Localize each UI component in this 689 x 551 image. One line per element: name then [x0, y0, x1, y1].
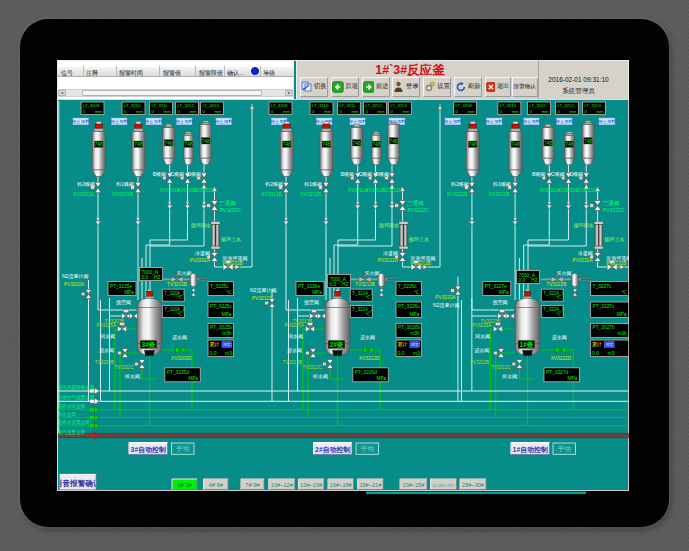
svg-text:排水阀: 排水阀 — [124, 373, 140, 380]
svg-text:PV3202A: PV3202A — [64, 282, 85, 287]
svg-text:进水阀: 进水阀 — [99, 347, 114, 354]
svg-text:mm: mm — [352, 109, 359, 114]
svg-text:手动: 手动 — [557, 445, 571, 452]
svg-text:mm: mm — [164, 109, 171, 114]
svg-text:0.0: 0.0 — [141, 275, 148, 280]
svg-text:消零: 消零 — [605, 342, 613, 347]
svg-text:排水阀: 排水阀 — [501, 373, 517, 380]
svg-text:mm: mm — [468, 109, 475, 114]
svg-text:1#`3#: 1#`3# — [177, 482, 192, 488]
svg-text:XV3202D: XV3202D — [171, 356, 192, 361]
svg-text:PT_3225c: PT_3225c — [210, 304, 232, 309]
svg-text:累计: 累计 — [398, 341, 408, 347]
svg-text:XV3201B: XV3201B — [112, 191, 134, 197]
svg-text:m3: m3 — [225, 350, 232, 356]
svg-text:料2蝶阀: 料2蝶阀 — [451, 181, 469, 188]
svg-text:m3: m3 — [413, 350, 420, 356]
svg-text:m3h: m3h — [410, 331, 420, 336]
svg-text:PT_3227d: PT_3227d — [546, 370, 568, 375]
svg-text:mm: mm — [95, 109, 102, 114]
svg-text:mm: mm — [136, 109, 143, 114]
svg-text:℃: ℃ — [177, 312, 182, 317]
svg-text:mm: mm — [542, 109, 549, 114]
svg-text:2#,26#,27#: 2#,26#,27# — [433, 483, 456, 488]
svg-text:23#~25#: 23#~25# — [403, 482, 426, 488]
svg-text:循环水流量总管: 循环水流量总管 — [57, 419, 91, 426]
svg-text:℃: ℃ — [226, 290, 232, 295]
svg-text:mm: mm — [378, 109, 385, 114]
svg-text:回水阀: 回水阀 — [288, 333, 303, 340]
svg-text:PV3225A: PV3225A — [472, 323, 492, 328]
svg-text:PT_3027b: PT_3027b — [593, 325, 615, 330]
svg-text:0.0: 0.0 — [519, 278, 526, 283]
svg-text:N2流量计阀: N2流量计阀 — [433, 302, 459, 309]
svg-text:0.0: 0.0 — [210, 350, 217, 356]
svg-text:16#~18#: 16#~18# — [330, 482, 353, 488]
svg-text:进水阀: 进水阀 — [360, 334, 375, 341]
svg-text:XV3211E: XV3211E — [261, 191, 282, 197]
svg-text:748: 748 — [164, 140, 173, 146]
svg-text:T_3225c: T_3225c — [210, 284, 229, 289]
svg-text:℃: ℃ — [365, 312, 370, 317]
svg-text:搅空阀: 搅空阀 — [304, 299, 319, 306]
svg-text:m3h: m3h — [617, 331, 627, 336]
svg-text:XV3201D: XV3201D — [194, 188, 215, 193]
svg-text:PV3225A: PV3225A — [285, 323, 305, 328]
svg-text:C蝶阀: C蝶阀 — [358, 171, 372, 178]
svg-text:T_3227c: T_3227c — [593, 284, 612, 289]
svg-text:m3h: m3h — [222, 331, 232, 336]
svg-text:HZ: HZ — [531, 278, 537, 283]
svg-text:TV3212C: TV3212C — [303, 365, 323, 370]
svg-text:TV3222C: TV3222C — [491, 365, 511, 370]
svg-text:PV3222A: PV3222A — [572, 258, 593, 263]
svg-text:PT_3026b: PT_3026b — [398, 325, 420, 330]
svg-text:XV3222D: XV3222D — [551, 356, 572, 361]
svg-text:PV3212B: PV3212B — [411, 261, 431, 266]
svg-text:℃: ℃ — [556, 295, 561, 300]
svg-text:累计: 累计 — [592, 341, 602, 347]
svg-text:循环回水: 循环回水 — [378, 222, 399, 229]
svg-text:MPa: MPa — [568, 376, 578, 381]
svg-text:XV3221A: XV3221A — [539, 188, 560, 193]
svg-text:0.0: 0.0 — [398, 350, 405, 356]
svg-text:语音报警确认: 语音报警确认 — [54, 479, 101, 488]
svg-text:PV3222C: PV3222C — [603, 207, 625, 213]
svg-text:累计: 累计 — [210, 341, 220, 347]
svg-text:N2流量计阀: N2流量计阀 — [62, 273, 88, 280]
svg-text:PT_3227e: PT_3227e — [485, 284, 507, 289]
svg-text:MPa: MPa — [222, 312, 232, 317]
svg-text:mm: mm — [215, 109, 222, 114]
svg-text:℃: ℃ — [365, 295, 370, 300]
svg-text:2#自动控制: 2#自动控制 — [315, 446, 350, 454]
svg-text:压缩空气流量总管: 压缩空气流量总管 — [57, 394, 95, 401]
svg-text:B蝶阀: B蝶阀 — [341, 171, 354, 178]
svg-text:1#釜: 1#釜 — [520, 341, 534, 348]
svg-text:消零: 消零 — [223, 342, 231, 347]
svg-text:748: 748 — [372, 141, 381, 147]
svg-text:D蝶阀: D蝶阀 — [375, 171, 389, 178]
svg-text:T_3226c: T_3226c — [398, 284, 417, 289]
svg-text:748: 748 — [134, 141, 143, 147]
svg-text:mm: mm — [512, 109, 519, 114]
svg-text:HZ: HZ — [342, 282, 348, 287]
svg-text:冷凝阀: 冷凝阀 — [578, 250, 593, 257]
svg-text:循环水回总管: 循环水回总管 — [57, 403, 86, 410]
svg-text:MPa: MPa — [124, 290, 134, 295]
svg-text:m3: m3 — [608, 350, 615, 356]
svg-text:748: 748 — [184, 141, 193, 147]
svg-text:mm: mm — [597, 109, 604, 114]
svg-text:循环上水: 循环上水 — [220, 236, 241, 243]
svg-text:料2蝶阀: 料2蝶阀 — [77, 181, 95, 188]
svg-text:进水阀: 进水阀 — [172, 334, 187, 341]
svg-text:PV3222A: PV3222A — [435, 295, 456, 300]
svg-text:XV3221B: XV3221B — [489, 191, 511, 197]
svg-text:C蝶阀: C蝶阀 — [170, 171, 184, 178]
svg-text:7#`9#: 7#`9# — [245, 482, 260, 488]
svg-text:mm: mm — [403, 109, 410, 114]
svg-text:循环回水: 循环回水 — [573, 222, 594, 229]
svg-text:1#自动控制: 1#自动控制 — [513, 446, 548, 454]
svg-text:10#~12#: 10#~12# — [271, 482, 294, 488]
svg-text:搅空阀: 搅空阀 — [116, 299, 131, 306]
svg-text:PV3202C: PV3202C — [220, 207, 242, 213]
svg-text:mm: mm — [283, 109, 290, 114]
